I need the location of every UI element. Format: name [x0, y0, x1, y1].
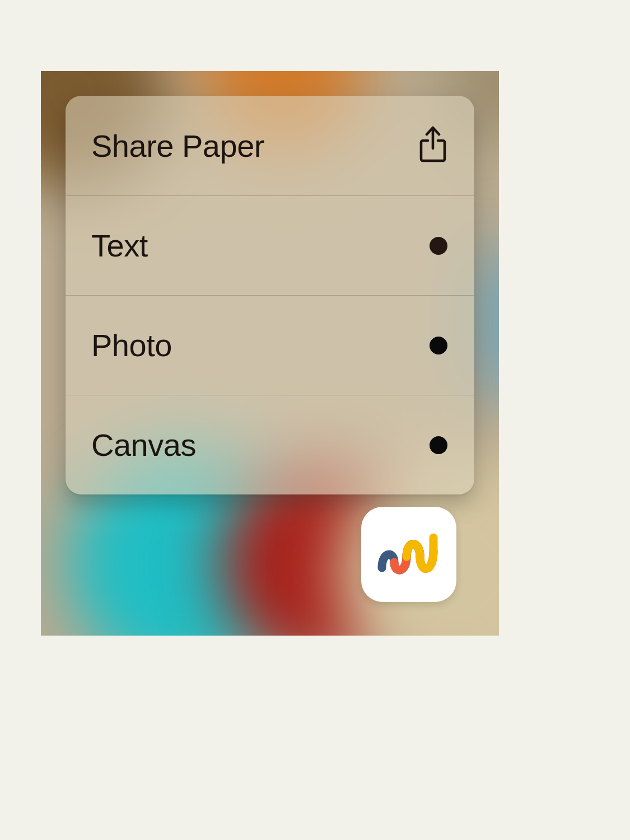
menu-item-label: Photo: [91, 327, 172, 363]
share-icon: [418, 126, 447, 165]
menu-item-label: Canvas: [91, 427, 196, 463]
quick-actions-menu: Share Paper Text Photo Canvas: [66, 96, 474, 494]
home-screen-quick-actions: Share Paper Text Photo Canvas: [41, 71, 499, 636]
dot-icon: [430, 237, 447, 255]
dot-icon: [430, 436, 447, 454]
menu-item-text[interactable]: Text: [66, 195, 474, 295]
menu-item-label: Text: [91, 227, 148, 264]
dot-icon: [430, 337, 447, 354]
menu-item-label: Share Paper: [91, 128, 264, 164]
menu-item-share-paper[interactable]: Share Paper: [66, 96, 474, 195]
paper-wave-icon: [375, 528, 442, 581]
menu-item-photo[interactable]: Photo: [66, 295, 474, 395]
menu-item-canvas[interactable]: Canvas: [66, 395, 474, 494]
app-icon-paper[interactable]: [361, 507, 456, 602]
